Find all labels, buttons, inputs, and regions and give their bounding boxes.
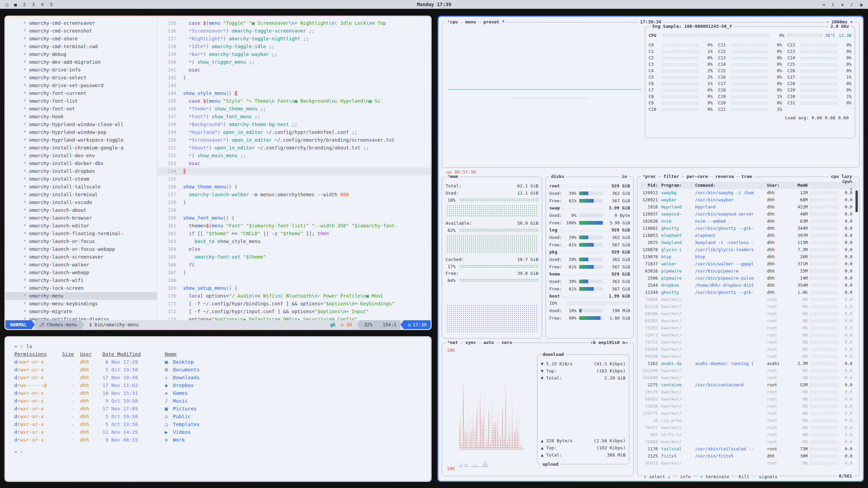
scrollbar-thumb[interactable] [855, 190, 858, 212]
box-tab[interactable]: sync [463, 340, 477, 346]
code-line[interactable]: 142} [157, 74, 431, 82]
box-tab[interactable]: reverse [714, 174, 736, 180]
workspace-3[interactable]: 3 [32, 2, 35, 7]
file-item[interactable]: *omarchy-launch-webapp [5, 269, 157, 277]
folder-link[interactable]: ↓Downloads [159, 374, 200, 382]
power-icon[interactable]: ◉ [860, 2, 863, 7]
process-row[interactable]: 12244ghostty/usr/bin/ghostty --gtk-dhh1.… [639, 289, 858, 296]
code-line[interactable]: 152 *) show_main_menu ;; [157, 152, 431, 160]
code-line[interactable]: 163 back_to show_style_menu [157, 238, 431, 245]
file-item[interactable]: *omarchy-install-chromium-google-a [5, 144, 157, 152]
file-item[interactable]: *omarchy-launch-or-focus-webapp [5, 245, 157, 253]
folder-link[interactable]: ⚒Work [159, 436, 185, 444]
code-line[interactable]: 153 esac [157, 160, 431, 167]
file-item[interactable]: *omarchy-hyprland-window-pop [5, 128, 157, 136]
code-line[interactable]: 165 omarchy-font-set "$theme" [157, 253, 431, 261]
code-line[interactable]: 160show_font_menu() { [157, 214, 431, 222]
process-row[interactable]: 68402kworker/root0B0.0 [639, 395, 858, 403]
code-line[interactable]: 137 *NightLight*) omarchy-toggle-nightli… [157, 35, 431, 43]
code-line[interactable]: 144show_style_menu() { [157, 89, 431, 97]
process-row[interactable]: 76575kworker/root0B0.0 [639, 388, 858, 395]
code-line[interactable]: 148 *Background*) omarchy-theme-bg-next … [157, 121, 431, 128]
box-tab[interactable]: zero [500, 340, 514, 346]
file-item[interactable]: *omarchy-notification-dismiss [5, 316, 157, 320]
file-item[interactable]: *omarchy-cmd-share [5, 35, 157, 43]
proc-col-header[interactable]: User: [767, 182, 789, 189]
file-item[interactable]: *omarchy-lock-screen [5, 284, 157, 292]
process-row[interactable]: 1275containe/usr/bin/containerdroot52M0.… [639, 381, 858, 388]
file-item[interactable]: *omarchy-launch-editor [5, 222, 157, 230]
process-row[interactable]: 119078btopbtopdhh26M0.0 [639, 253, 858, 260]
process-row[interactable]: 2544dropbox/home/dhh/.dropbox-distdhh354… [639, 282, 858, 289]
code-line[interactable]: 151 *About*) open_in_editor ~/.config/om… [157, 144, 431, 152]
file-item[interactable]: *omarchy-hook [5, 113, 157, 121]
process-row[interactable]: 119802ghostty/usr/bin/ghostty --gtk-dhh3… [639, 225, 858, 232]
proc-col-header[interactable]: MemB [789, 182, 808, 189]
code-line[interactable]: 168 [157, 277, 431, 284]
workspace-4[interactable]: 4 [41, 2, 44, 7]
file-item[interactable]: *omarchy-install-dev-env [5, 152, 157, 160]
box-tab[interactable]: auto [482, 340, 496, 346]
file-item[interactable]: *omarchy-install-tailscale [5, 183, 157, 191]
proc-col-header[interactable]: Program: [661, 182, 695, 189]
folder-link[interactable]: ≣Documents [159, 366, 200, 374]
process-row[interactable]: 2075XwaylandXwayland :1 -rootless -dhh11… [639, 239, 858, 246]
process-row[interactable]: 803btrfs-trroot0B0.0 [639, 431, 858, 438]
code-line[interactable]: 166 fi [157, 261, 431, 269]
file-item[interactable]: *omarchy-install-docker-dbs [5, 160, 157, 167]
proc-footer-item[interactable]: Kill [737, 474, 751, 479]
process-row[interactable]: 74869kworker/root0B0.0 [639, 296, 858, 303]
box-tab[interactable]: filter [662, 174, 681, 180]
process-row[interactable]: 16rcu_preeroot0B0.0 [639, 417, 858, 424]
folder-link[interactable]: ▦Pictures [159, 405, 197, 413]
file-item[interactable]: *omarchy-dev-add-migration [5, 58, 157, 66]
code-line[interactable]: 172 [ -f ~/.config/hypr/input.conf ] && … [157, 308, 431, 316]
box-tab[interactable]: tree [740, 174, 754, 180]
process-row[interactable]: 120937swayosd-/usr/bin/swayosd-serverdhh… [639, 210, 858, 218]
code-line[interactable]: 170 local options="♪ Audio\n≋ Wifi\nᛒ Bl… [157, 292, 431, 300]
prompt-line-2[interactable]: ~ › [14, 448, 431, 456]
code-line[interactable]: 159 [157, 206, 431, 214]
process-row[interactable]: 110775kworker/root0B0.0 [639, 410, 858, 417]
process-row[interactable]: 68584kworker/root0B0.0 [639, 346, 858, 353]
folder-link[interactable]: ⌂Public [159, 413, 191, 421]
file-item[interactable]: *omarchy-install-vscode [5, 199, 157, 206]
file-item[interactable]: *omarchy-font-list [5, 97, 157, 105]
code-line[interactable]: 143 [157, 82, 431, 89]
proc-footer-item[interactable]: info [678, 474, 692, 479]
file-item[interactable]: *omarchy-launch-browser [5, 214, 157, 222]
code-line[interactable]: 169show_setup_menu() { [157, 284, 431, 292]
file-item[interactable]: *omarchy-menu [5, 292, 157, 300]
volume-icon[interactable]: ♪ [850, 2, 853, 7]
code-line[interactable]: 150 *Screensaver*) open_in_editor ~/.con… [157, 136, 431, 144]
code-line[interactable]: 161 theme=$(menu "Font" "$(omarchy-font-… [157, 222, 431, 230]
workspace-2[interactable]: 2 [23, 2, 26, 7]
proc-col-header[interactable]: Pid: [639, 182, 661, 189]
file-item[interactable]: *omarchy-install-dropbox [5, 167, 157, 175]
sort-mode[interactable]: cpu lazy [829, 174, 854, 180]
file-item[interactable]: *omarchy-hyprland-workspace-toggle [5, 136, 157, 144]
file-item[interactable]: *omarchy-launch-floating-terminal- [5, 230, 157, 238]
process-row[interactable]: 72073kworker/root0B0.0 [639, 331, 858, 339]
process-row[interactable]: 118853elephantelephantdhh397M0.0 [639, 232, 858, 239]
file-item[interactable]: *omarchy-menu-keybindings [5, 300, 157, 308]
code-line[interactable]: 139 *Bar*) omarchy-toggle-waybar ;; [157, 50, 431, 58]
file-item[interactable]: *omarchy-launch-wifi [5, 277, 157, 284]
process-row[interactable]: 73656kworker/root0B0.0 [639, 403, 858, 410]
workspace-active-icon[interactable]: ■ [14, 2, 17, 7]
code-line[interactable]: 138 *Idle*) omarchy-toggle-idle ;; [157, 43, 431, 50]
code-line[interactable]: 162 if [[ "$theme" == "CNCLD" || -z "$th… [157, 230, 431, 238]
file-item[interactable]: *omarchy-launch-screensaver [5, 253, 157, 261]
proc-footer-item[interactable]: ↑ select ↓ [642, 474, 672, 479]
code-line[interactable]: 136 *Screensaver*) omarchy-toggle-screen… [157, 27, 431, 35]
process-row[interactable]: 2125fcitx5/usr/bin/fcitx5dhh30M0.0 [639, 452, 858, 460]
code-line[interactable]: 149 *Hyprland*) open_in_editor ~/.config… [157, 128, 431, 136]
process-row[interactable]: 102638nvimnvim --embed .dhh63M0.0 [639, 218, 858, 225]
workspace-overview-icon[interactable]: □ [5, 2, 8, 7]
file-item[interactable]: *omarchy-cmd-screensaver [5, 19, 157, 27]
process-row[interactable]: 94540kworker/root0B0.0 [639, 353, 858, 360]
code-line[interactable]: 154} [157, 167, 431, 175]
box-tab[interactable]: ¹cpu [446, 19, 459, 25]
network-icon[interactable]: ⇅ [841, 2, 844, 7]
bluetooth-icon[interactable]: ᛒ [832, 2, 834, 7]
